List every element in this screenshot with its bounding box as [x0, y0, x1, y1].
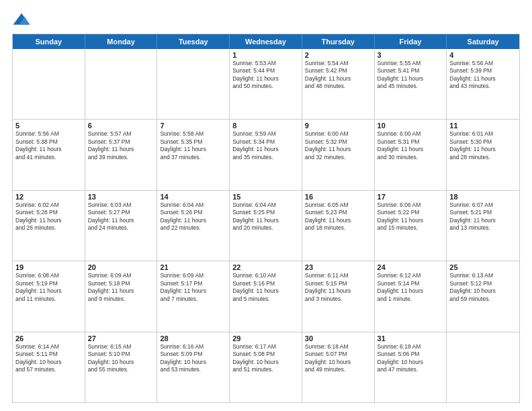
day-info: Sunrise: 6:04 AM Sunset: 5:25 PM Dayligh… — [232, 201, 299, 232]
day-cell-3: 3Sunrise: 5:55 AM Sunset: 5:41 PM Daylig… — [375, 49, 447, 119]
day-cell-17: 17Sunrise: 6:06 AM Sunset: 5:22 PM Dayli… — [375, 191, 447, 261]
day-info: Sunrise: 5:58 AM Sunset: 5:35 PM Dayligh… — [160, 130, 226, 161]
day-cell-9: 9Sunrise: 6:00 AM Sunset: 5:32 PM Daylig… — [302, 120, 375, 189]
day-cell-29: 29Sunrise: 6:17 AM Sunset: 5:08 PM Dayli… — [230, 332, 302, 402]
day-number: 16 — [305, 193, 371, 201]
day-number: 2 — [305, 51, 371, 59]
day-number: 26 — [15, 334, 82, 342]
day-cell-empty — [157, 49, 230, 119]
day-info: Sunrise: 6:15 AM Sunset: 5:10 PM Dayligh… — [88, 343, 154, 374]
day-number: 12 — [15, 193, 82, 201]
day-cell-6: 6Sunrise: 5:57 AM Sunset: 5:37 PM Daylig… — [85, 120, 158, 189]
day-cell-31: 31Sunrise: 6:18 AM Sunset: 5:06 PM Dayli… — [375, 332, 447, 402]
day-info: Sunrise: 6:11 AM Sunset: 5:15 PM Dayligh… — [305, 272, 371, 303]
day-number: 27 — [88, 334, 154, 342]
calendar-header: SundayMondayTuesdayWednesdayThursdayFrid… — [13, 34, 519, 49]
day-info: Sunrise: 6:18 AM Sunset: 5:07 PM Dayligh… — [305, 343, 371, 374]
day-number: 9 — [305, 122, 371, 130]
day-cell-8: 8Sunrise: 5:59 AM Sunset: 5:34 PM Daylig… — [230, 120, 302, 189]
day-cell-19: 19Sunrise: 6:08 AM Sunset: 5:19 PM Dayli… — [13, 261, 85, 331]
day-cell-16: 16Sunrise: 6:05 AM Sunset: 5:23 PM Dayli… — [302, 191, 375, 261]
day-number: 13 — [88, 193, 154, 201]
week-row-1: 1Sunrise: 5:53 AM Sunset: 5:44 PM Daylig… — [13, 49, 519, 120]
day-number: 21 — [160, 263, 226, 271]
day-info: Sunrise: 6:07 AM Sunset: 5:21 PM Dayligh… — [449, 201, 517, 232]
day-cell-empty — [13, 49, 85, 119]
day-number: 24 — [378, 263, 444, 271]
day-info: Sunrise: 6:18 AM Sunset: 5:06 PM Dayligh… — [378, 343, 444, 374]
header-day-wednesday: Wednesday — [230, 34, 302, 49]
day-info: Sunrise: 6:03 AM Sunset: 5:27 PM Dayligh… — [88, 201, 154, 232]
day-number: 5 — [15, 122, 82, 130]
day-info: Sunrise: 6:10 AM Sunset: 5:16 PM Dayligh… — [232, 272, 299, 303]
day-info: Sunrise: 6:00 AM Sunset: 5:31 PM Dayligh… — [378, 130, 444, 161]
day-number: 8 — [232, 122, 299, 130]
day-number: 3 — [378, 51, 444, 59]
day-cell-7: 7Sunrise: 5:58 AM Sunset: 5:35 PM Daylig… — [157, 120, 230, 189]
day-info: Sunrise: 6:09 AM Sunset: 5:18 PM Dayligh… — [88, 272, 154, 303]
day-cell-2: 2Sunrise: 5:54 AM Sunset: 5:42 PM Daylig… — [302, 49, 375, 119]
day-info: Sunrise: 6:09 AM Sunset: 5:17 PM Dayligh… — [160, 272, 226, 303]
day-number: 15 — [232, 193, 299, 201]
calendar: SundayMondayTuesdayWednesdayThursdayFrid… — [12, 34, 520, 403]
day-cell-28: 28Sunrise: 6:16 AM Sunset: 5:09 PM Dayli… — [157, 332, 230, 402]
logo — [12, 12, 34, 27]
day-cell-25: 25Sunrise: 6:13 AM Sunset: 5:12 PM Dayli… — [447, 261, 519, 331]
page: SundayMondayTuesdayWednesdayThursdayFrid… — [0, 0, 532, 411]
day-info: Sunrise: 6:17 AM Sunset: 5:08 PM Dayligh… — [232, 343, 299, 374]
day-cell-10: 10Sunrise: 6:00 AM Sunset: 5:31 PM Dayli… — [375, 120, 447, 189]
day-info: Sunrise: 6:01 AM Sunset: 5:30 PM Dayligh… — [449, 130, 517, 161]
day-cell-24: 24Sunrise: 6:12 AM Sunset: 5:14 PM Dayli… — [375, 261, 447, 331]
day-info: Sunrise: 6:02 AM Sunset: 5:28 PM Dayligh… — [15, 201, 82, 232]
week-row-2: 5Sunrise: 5:56 AM Sunset: 5:38 PM Daylig… — [13, 120, 519, 190]
day-cell-18: 18Sunrise: 6:07 AM Sunset: 5:21 PM Dayli… — [447, 191, 519, 261]
day-number: 4 — [449, 51, 517, 59]
day-info: Sunrise: 6:00 AM Sunset: 5:32 PM Dayligh… — [305, 130, 371, 161]
day-number: 7 — [160, 122, 226, 130]
day-info: Sunrise: 6:08 AM Sunset: 5:19 PM Dayligh… — [15, 272, 82, 303]
day-cell-30: 30Sunrise: 6:18 AM Sunset: 5:07 PM Dayli… — [302, 332, 375, 402]
header-day-thursday: Thursday — [302, 34, 375, 49]
day-info: Sunrise: 5:53 AM Sunset: 5:44 PM Dayligh… — [232, 60, 299, 91]
day-info: Sunrise: 5:55 AM Sunset: 5:41 PM Dayligh… — [378, 60, 444, 91]
day-info: Sunrise: 5:57 AM Sunset: 5:37 PM Dayligh… — [88, 130, 154, 161]
day-number: 18 — [449, 193, 517, 201]
day-cell-empty — [447, 332, 519, 402]
day-info: Sunrise: 6:05 AM Sunset: 5:23 PM Dayligh… — [305, 201, 371, 232]
day-number: 19 — [15, 263, 82, 271]
header-day-friday: Friday — [375, 34, 447, 49]
day-cell-1: 1Sunrise: 5:53 AM Sunset: 5:44 PM Daylig… — [230, 49, 302, 119]
day-cell-20: 20Sunrise: 6:09 AM Sunset: 5:18 PM Dayli… — [85, 261, 158, 331]
day-info: Sunrise: 5:56 AM Sunset: 5:39 PM Dayligh… — [449, 60, 517, 91]
day-cell-15: 15Sunrise: 6:04 AM Sunset: 5:25 PM Dayli… — [230, 191, 302, 261]
day-number: 23 — [305, 263, 371, 271]
day-info: Sunrise: 6:14 AM Sunset: 5:11 PM Dayligh… — [15, 343, 82, 374]
day-number: 29 — [232, 334, 299, 342]
day-cell-27: 27Sunrise: 6:15 AM Sunset: 5:10 PM Dayli… — [85, 332, 158, 402]
day-cell-22: 22Sunrise: 6:10 AM Sunset: 5:16 PM Dayli… — [230, 261, 302, 331]
day-cell-5: 5Sunrise: 5:56 AM Sunset: 5:38 PM Daylig… — [13, 120, 85, 189]
day-number: 31 — [378, 334, 444, 342]
day-number: 25 — [449, 263, 517, 271]
day-number: 28 — [160, 334, 226, 342]
day-number: 20 — [88, 263, 154, 271]
day-info: Sunrise: 5:56 AM Sunset: 5:38 PM Dayligh… — [15, 130, 82, 161]
header-day-saturday: Saturday — [447, 34, 519, 49]
day-cell-21: 21Sunrise: 6:09 AM Sunset: 5:17 PM Dayli… — [157, 261, 230, 331]
header-day-tuesday: Tuesday — [157, 34, 230, 49]
day-number: 6 — [88, 122, 154, 130]
calendar-body: 1Sunrise: 5:53 AM Sunset: 5:44 PM Daylig… — [13, 49, 519, 402]
day-number: 22 — [232, 263, 299, 271]
day-info: Sunrise: 6:06 AM Sunset: 5:22 PM Dayligh… — [378, 201, 444, 232]
week-row-5: 26Sunrise: 6:14 AM Sunset: 5:11 PM Dayli… — [13, 332, 519, 402]
day-cell-26: 26Sunrise: 6:14 AM Sunset: 5:11 PM Dayli… — [13, 332, 85, 402]
day-info: Sunrise: 6:04 AM Sunset: 5:26 PM Dayligh… — [160, 201, 226, 232]
header-day-monday: Monday — [85, 34, 158, 49]
day-cell-12: 12Sunrise: 6:02 AM Sunset: 5:28 PM Dayli… — [13, 191, 85, 261]
week-row-3: 12Sunrise: 6:02 AM Sunset: 5:28 PM Dayli… — [13, 191, 519, 261]
day-info: Sunrise: 5:59 AM Sunset: 5:34 PM Dayligh… — [232, 130, 299, 161]
day-number: 11 — [449, 122, 517, 130]
day-cell-23: 23Sunrise: 6:11 AM Sunset: 5:15 PM Dayli… — [302, 261, 375, 331]
day-cell-14: 14Sunrise: 6:04 AM Sunset: 5:26 PM Dayli… — [157, 191, 230, 261]
day-number: 30 — [305, 334, 371, 342]
